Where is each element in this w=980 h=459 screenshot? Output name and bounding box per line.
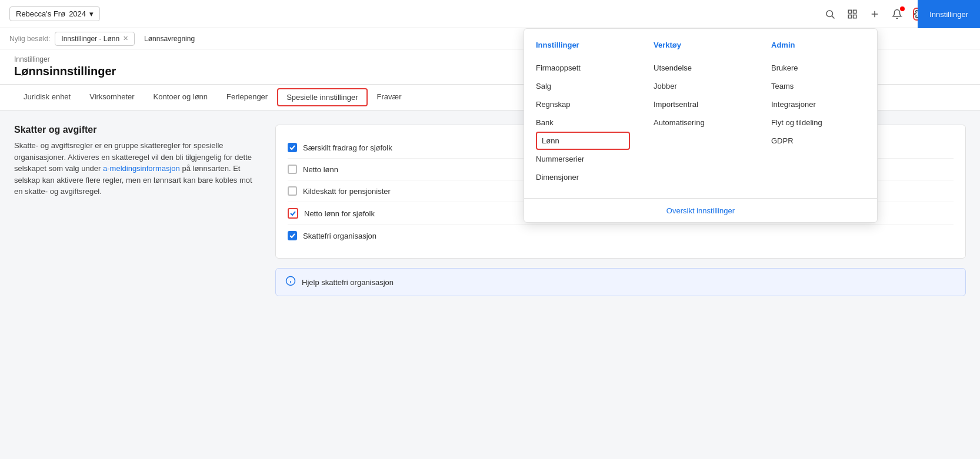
checkbox-row-3: Netto lønn for sjøfolk <box>288 202 954 225</box>
checkbox-sarskilt[interactable] <box>288 143 297 152</box>
chevron-down-icon: ▾ <box>89 9 94 18</box>
search-icon[interactable] <box>824 8 836 21</box>
checkbox-netto-sjofolk-label[interactable]: Netto lønn for sjøfolk <box>304 209 375 218</box>
svg-line-1 <box>832 16 834 18</box>
section-title: Skatter og avgifter <box>14 125 261 135</box>
recent-tab-settings[interactable]: Innstillinger - Lønn ✕ <box>55 32 135 46</box>
tab-feriepenger[interactable]: Feriepenger <box>217 86 277 108</box>
recent-tab-settings-label: Innstillinger - Lønn <box>61 35 119 43</box>
checkbox-skattefri[interactable] <box>288 231 297 240</box>
tab-kontoer-og-lonn[interactable]: Kontoer og lønn <box>144 86 218 108</box>
page-title: Lønnsinnstillinger <box>14 65 966 84</box>
tab-virksomheter[interactable]: Virksomheter <box>80 86 144 108</box>
grid-icon[interactable] <box>846 8 859 21</box>
checkbox-kildeskatt[interactable] <box>288 186 297 196</box>
breadcrumb: Innstillinger <box>14 55 966 63</box>
recentbar-label: Nylig besøkt: <box>9 35 50 43</box>
page-header: Innstillinger Lønnsinnstillinger <box>0 49 980 85</box>
checkbox-row-1: Netto lønn <box>288 159 954 180</box>
tab-spesielle-innstillinger[interactable]: Spesielle innstillinger <box>277 88 367 106</box>
settings-button[interactable]: Innstillinger <box>918 0 980 28</box>
info-icon <box>285 276 296 289</box>
svg-rect-2 <box>848 10 851 13</box>
checkbox-netto-lonn-label[interactable]: Netto lønn <box>303 165 338 174</box>
tab-fravaer[interactable]: Fravær <box>368 86 411 108</box>
svg-rect-4 <box>848 15 851 18</box>
recent-tab-payroll[interactable]: Lønnsavregning <box>138 32 201 45</box>
checkbox-row-2: Kildeskatt for pensjonister <box>288 180 954 202</box>
notification-dot <box>900 6 905 11</box>
tab-bar: Juridisk enhet Virksomheter Kontoer og l… <box>0 85 980 110</box>
company-selector[interactable]: Rebecca's Frø 2024 ▾ <box>9 6 100 21</box>
checkbox-skattefri-label[interactable]: Skattefri organisasjon <box>303 232 376 240</box>
checkbox-kildeskatt-label[interactable]: Kildeskatt for pensjonister <box>303 187 391 196</box>
checkbox-netto-lonn[interactable] <box>288 165 297 174</box>
bell-icon[interactable] <box>891 8 904 21</box>
svg-point-0 <box>826 11 833 17</box>
plus-icon[interactable] <box>868 8 881 21</box>
company-year: 2024 <box>69 9 86 18</box>
info-box: Hjelp skattefri organisasjon <box>275 268 966 296</box>
svg-rect-3 <box>854 10 856 13</box>
left-col: Skatter og avgifter Skatte- og avgiftsre… <box>14 125 261 296</box>
recentbar: Nylig besøkt: Innstillinger - Lønn ✕ Løn… <box>0 28 980 49</box>
section-link[interactable]: a-meldingsinformasjon <box>103 164 180 173</box>
company-name: Rebecca's Frø <box>16 9 65 18</box>
svg-rect-5 <box>854 15 856 18</box>
right-col: Særskilt fradrag for sjøfolk Netto lønn … <box>275 125 966 296</box>
main-content: Skatter og avgifter Skatte- og avgiftsre… <box>0 110 980 310</box>
close-icon[interactable]: ✕ <box>123 35 128 42</box>
tab-juridisk-enhet[interactable]: Juridisk enhet <box>14 86 80 108</box>
info-box-text: Hjelp skattefri organisasjon <box>302 278 394 287</box>
topbar: Rebecca's Frø 2024 ▾ Innstillinger <box>0 0 980 28</box>
checkbox-row-0: Særskilt fradrag for sjøfolk <box>288 137 954 159</box>
checkbox-row-4: Skattefri organisasjon <box>288 225 954 246</box>
checkbox-netto-sjofok[interactable] <box>288 208 298 219</box>
checkbox-sarskilt-label[interactable]: Særskilt fradrag for sjøfolk <box>303 143 392 152</box>
section-desc: Skatte- og avgiftsregler er en gruppe sk… <box>14 140 261 197</box>
checkbox-card: Særskilt fradrag for sjøfolk Netto lønn … <box>275 125 966 259</box>
topbar-right: Innstillinger <box>824 8 971 21</box>
topbar-left: Rebecca's Frø 2024 ▾ <box>9 6 100 21</box>
